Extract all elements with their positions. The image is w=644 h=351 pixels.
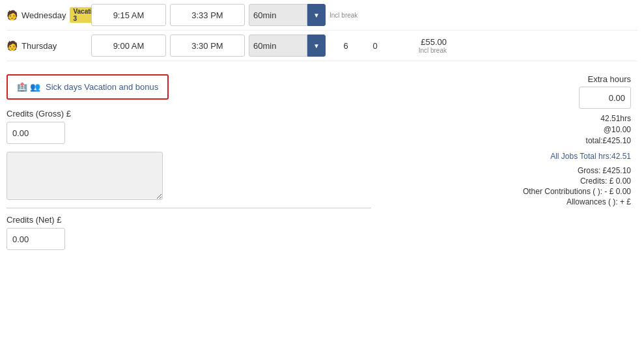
thursday-start-time[interactable]	[91, 35, 166, 57]
middle-section: 🏥 👥 Sick days Vacation and bonus Credits…	[0, 68, 644, 258]
credits-gross-input[interactable]	[7, 122, 65, 144]
thursday-pay-info: £55.00 Incl break	[388, 37, 447, 54]
main-container: 🧑 Wednesday Vacation 3 60min ▼ Incl brea…	[0, 0, 644, 351]
sick-days-icons: 🏥 👥	[17, 82, 40, 92]
extra-hours-input[interactable]	[579, 87, 631, 109]
summary-rate: @10.00	[507, 125, 631, 134]
sick-icon: 🏥	[17, 82, 27, 92]
wednesday-end-time[interactable]	[170, 4, 245, 26]
divider	[7, 208, 371, 208]
gross-line: Gross: £425.10	[507, 166, 631, 175]
credits-net-label: Credits (Net) £	[7, 215, 371, 225]
summary-total: total:£425.10	[507, 136, 631, 145]
all-jobs-total: All Jobs Total hrs:42.51	[507, 152, 631, 161]
wednesday-incl-break: Incl break	[329, 12, 357, 19]
wednesday-label: Wednesday	[21, 10, 66, 20]
left-panel: 🏥 👥 Sick days Vacation and bonus Credits…	[7, 74, 371, 258]
thursday-hours: 6	[329, 41, 362, 51]
thursday-day-name: 🧑 Thursday	[7, 40, 91, 51]
thursday-break-wrapper: 60min ▼	[249, 35, 326, 57]
wednesday-pay-info: Incl break	[329, 12, 357, 19]
credits-gross-label: Credits (Gross) £	[7, 109, 371, 119]
thursday-label: Thursday	[21, 41, 57, 51]
allowances-line: Allowances ( ): + £	[507, 197, 631, 206]
sick-days-box[interactable]: 🏥 👥 Sick days Vacation and bonus	[7, 74, 169, 100]
group-icon: 👥	[30, 82, 40, 92]
wednesday-break-arrow[interactable]: ▼	[307, 4, 326, 26]
credits-net-input[interactable]	[7, 228, 65, 250]
person-icon-thursday: 🧑	[7, 40, 18, 51]
rows-area: 🧑 Wednesday Vacation 3 60min ▼ Incl brea…	[0, 0, 644, 61]
thursday-incl-break: Incl break	[419, 47, 447, 54]
wednesday-start-time[interactable]	[91, 4, 166, 26]
financial-summary: Gross: £425.10 Credits: £ 0.00 Other Con…	[507, 166, 631, 206]
thursday-end-time[interactable]	[170, 35, 245, 57]
wednesday-row: 🧑 Wednesday Vacation 3 60min ▼ Incl brea…	[7, 0, 637, 31]
thursday-ot: 0	[362, 41, 388, 51]
thursday-break-select[interactable]: 60min	[249, 35, 307, 57]
wednesday-break-select[interactable]: 60min	[249, 4, 307, 26]
person-icon-wednesday: 🧑	[7, 10, 18, 20]
thursday-row: 🧑 Thursday 60min ▼ 6 0 £55.00 Incl break	[7, 31, 637, 61]
sick-days-link[interactable]: Sick days Vacation and bonus	[46, 82, 158, 92]
wednesday-break-wrapper: 60min ▼	[249, 4, 326, 26]
notes-textarea[interactable]	[7, 152, 163, 200]
summary-hours: 42.51hrs	[507, 114, 631, 123]
other-contributions-line: Other Contributions ( ): - £ 0.00	[507, 187, 631, 196]
thursday-break-arrow[interactable]: ▼	[307, 35, 326, 57]
credits-line: Credits: £ 0.00	[507, 176, 631, 186]
thursday-pay: £55.00	[388, 37, 447, 47]
extra-hours-label: Extra hours	[507, 74, 631, 84]
wednesday-day-name: 🧑 Wednesday Vacation 3	[7, 7, 91, 23]
right-panel: Extra hours 42.51hrs @10.00 total:£425.1…	[507, 74, 637, 258]
